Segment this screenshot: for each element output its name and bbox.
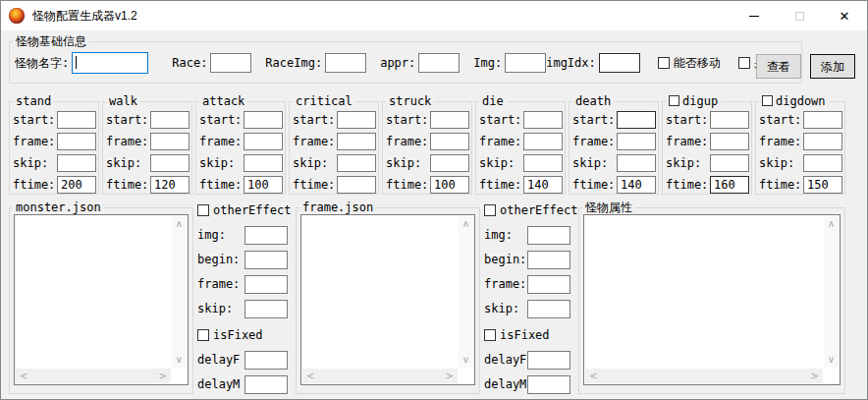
effect-img-input[interactable] [244, 226, 288, 245]
is-fixed-toggle[interactable]: isFixed [197, 327, 292, 343]
anim-enable-checkbox[interactable] [669, 95, 679, 106]
scroll-up-icon[interactable]: ∧ [176, 219, 183, 229]
frame-json-textarea[interactable]: ∧∨ <> [300, 214, 475, 385]
horizontal-scrollbar[interactable]: <> [302, 369, 458, 383]
digup-ftime-input[interactable] [710, 176, 749, 194]
death-ftime-input[interactable] [617, 176, 656, 194]
effect-img-input[interactable] [527, 226, 570, 245]
delayF-input[interactable] [527, 351, 570, 370]
scroll-left-icon[interactable]: < [306, 371, 314, 381]
death-start-input[interactable] [617, 111, 656, 129]
horizontal-scrollbar[interactable]: <> [585, 369, 823, 383]
anim-field-label: ftime: [572, 178, 617, 192]
anim-field-label: ftime: [386, 178, 430, 192]
critical-skip-input[interactable] [337, 154, 376, 172]
anim-field-label: skip: [386, 156, 430, 170]
struck-frame-input[interactable] [430, 133, 469, 150]
is-fixed-checkbox[interactable] [484, 329, 496, 341]
digdown-start-input[interactable] [803, 111, 842, 129]
effect-begin-label: begin: [197, 253, 240, 266]
critical-ftime-input[interactable] [337, 176, 376, 194]
vertical-scrollbar[interactable]: ∧∨ [172, 216, 187, 368]
monster-name-input[interactable] [72, 52, 148, 74]
delayM-input[interactable] [244, 375, 288, 394]
digup-frame-input[interactable] [710, 133, 749, 150]
delayF-input[interactable] [244, 351, 288, 370]
attack-frame-input[interactable] [244, 133, 283, 150]
can-move-toggle[interactable]: 能否移动 [658, 55, 721, 72]
critical-start-input[interactable] [337, 111, 376, 129]
other-effect-checkbox[interactable] [484, 204, 496, 216]
other-effect-checkbox[interactable] [197, 204, 209, 216]
stand-frame-input[interactable] [57, 133, 96, 150]
scroll-down-icon[interactable]: ∨ [462, 355, 469, 365]
stand-skip-input[interactable] [57, 154, 96, 172]
img-input[interactable] [505, 53, 546, 73]
minimize-button[interactable] [732, 1, 777, 30]
attack-ftime-input[interactable] [244, 176, 283, 194]
scroll-right-icon[interactable]: > [811, 371, 819, 381]
race-input[interactable] [210, 53, 251, 73]
scroll-up-icon[interactable]: ∧ [828, 219, 835, 229]
attack-skip-input[interactable] [244, 154, 283, 172]
effect-skip-input[interactable] [244, 300, 288, 318]
scroll-left-icon[interactable]: < [589, 371, 597, 381]
digdown-ftime-input[interactable] [803, 176, 842, 194]
scroll-right-icon[interactable]: > [446, 371, 454, 381]
effect-frame-input[interactable] [527, 275, 570, 294]
walk-ftime-input[interactable] [150, 176, 190, 194]
struck-skip-input[interactable] [430, 154, 469, 172]
scroll-left-icon[interactable]: < [20, 371, 27, 381]
monster-attr-textarea[interactable]: ∧∨ <> [583, 214, 841, 385]
walk-frame-input[interactable] [150, 133, 190, 150]
death-frame-input[interactable] [617, 133, 656, 150]
add-button[interactable]: 添加 [810, 54, 855, 79]
die-start-input[interactable] [523, 111, 563, 129]
anim-field-label: skip: [479, 156, 523, 170]
scroll-right-icon[interactable]: > [159, 371, 167, 381]
digup-start-input[interactable] [710, 111, 749, 129]
digup-skip-input[interactable] [710, 154, 749, 172]
raceimg-input[interactable] [325, 53, 366, 73]
digdown-frame-input[interactable] [803, 133, 842, 150]
walk-start-input[interactable] [150, 111, 190, 129]
can-move-checkbox[interactable] [658, 57, 670, 69]
scroll-up-icon[interactable]: ∧ [462, 219, 469, 229]
is-fixed-toggle[interactable]: isFixed [484, 327, 574, 343]
die-ftime-input[interactable] [523, 176, 563, 194]
close-button[interactable]: ✕ [822, 1, 867, 30]
effect-begin-input[interactable] [244, 251, 288, 269]
frame-json-group: frame.json ∧∨ <> [296, 201, 480, 394]
critical-frame-input[interactable] [337, 133, 376, 150]
effect-frame-input[interactable] [244, 275, 288, 294]
digdown-skip-input[interactable] [803, 154, 842, 172]
death-skip-input[interactable] [617, 154, 656, 172]
is-fixed-checkbox[interactable] [197, 329, 209, 341]
scroll-down-icon[interactable]: ∨ [176, 355, 183, 365]
die-skip-input[interactable] [523, 154, 563, 172]
view-button[interactable]: 查看 [756, 54, 801, 79]
stand-ftime-input[interactable] [57, 176, 96, 194]
scroll-down-icon[interactable]: ∨ [828, 355, 835, 365]
struck-ftime-input[interactable] [430, 176, 469, 194]
other-effect-toggle[interactable]: otherEffect [197, 202, 292, 218]
other-effect-toggle[interactable]: otherEffect [484, 202, 574, 218]
maximize-button[interactable] [777, 1, 822, 30]
anim-enable-checkbox[interactable] [762, 95, 773, 106]
walk-skip-input[interactable] [150, 154, 190, 172]
vertical-scrollbar[interactable]: ∧∨ [459, 216, 473, 368]
horizontal-scrollbar[interactable]: <> [16, 369, 171, 383]
imgidx-input[interactable] [599, 53, 640, 73]
struck-start-input[interactable] [430, 111, 469, 129]
effect-begin-input[interactable] [527, 251, 570, 269]
monster-json-textarea[interactable]: ∧∨ <> [14, 214, 189, 385]
anim-field-label: frame: [479, 135, 523, 148]
remove-black-checkbox[interactable] [738, 57, 750, 69]
appr-input[interactable] [418, 53, 460, 73]
attack-start-input[interactable] [244, 111, 283, 129]
delayM-input[interactable] [527, 375, 570, 394]
vertical-scrollbar[interactable]: ∧∨ [824, 216, 839, 368]
effect-skip-input[interactable] [527, 300, 570, 318]
stand-start-input[interactable] [57, 111, 96, 129]
die-frame-input[interactable] [523, 133, 563, 150]
